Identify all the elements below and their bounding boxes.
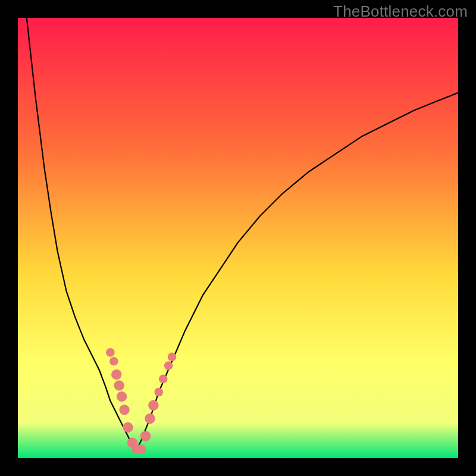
- data-marker: [145, 414, 155, 424]
- data-marker: [106, 348, 115, 357]
- chart-frame: TheBottleneck.com: [0, 0, 476, 476]
- data-marker: [148, 400, 158, 411]
- data-marker: [119, 405, 129, 415]
- data-marker: [136, 444, 146, 454]
- plot-area: [18, 18, 458, 458]
- data-marker: [114, 380, 124, 390]
- data-marker: [168, 353, 177, 362]
- data-marker: [123, 422, 133, 433]
- curve-right-branch: [137, 93, 458, 449]
- data-marker: [159, 375, 168, 384]
- data-marker: [155, 388, 164, 397]
- marker-group: [106, 348, 176, 454]
- data-marker: [109, 357, 118, 366]
- data-marker: [140, 431, 151, 441]
- data-marker: [117, 392, 127, 402]
- data-marker: [164, 361, 173, 370]
- data-marker: [111, 369, 121, 380]
- curve-layer: [18, 18, 458, 458]
